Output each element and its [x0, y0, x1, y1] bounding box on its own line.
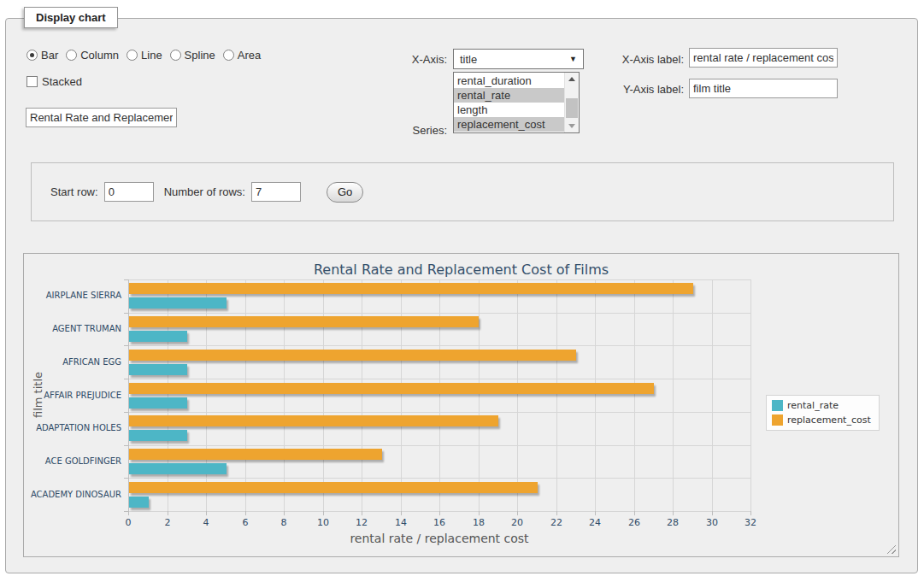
series-label: Series: — [376, 124, 447, 137]
gridline — [439, 279, 440, 511]
x-axis-select-label: X-Axis: — [376, 53, 447, 66]
plot-area — [128, 279, 750, 511]
x-tick-label: 6 — [243, 517, 249, 528]
chart-type-option-bar[interactable]: Bar — [26, 49, 58, 62]
stacked-checkbox[interactable] — [26, 76, 38, 87]
x-tick-label: 8 — [281, 517, 287, 528]
chart-title: Rental Rate and Replacement Cost of Film… — [24, 262, 898, 278]
x-tick-label: 2 — [165, 517, 171, 528]
x-axis-selected-value: title — [460, 53, 477, 66]
chart-type-label: Line — [141, 49, 162, 62]
x-axis-label-label: X-Axis label: — [588, 53, 684, 66]
axis-tick — [284, 511, 285, 515]
series-option-rental_rate[interactable]: rental_rate — [454, 88, 564, 103]
category-label: ACADEMY DINOSAUR — [24, 490, 121, 499]
x-tick-label: 22 — [550, 517, 562, 528]
axis-tick — [124, 279, 128, 280]
x-tick-label: 12 — [356, 517, 368, 528]
category-label: AGENT TRUMAN — [24, 324, 121, 333]
bar-replacement_cost-4[interactable] — [129, 415, 498, 426]
number-of-rows-input[interactable] — [251, 182, 301, 202]
gridline — [673, 279, 674, 511]
x-tick-label: 10 — [317, 517, 329, 528]
chart-type-option-spline[interactable]: Spline — [170, 49, 215, 62]
chart-type-label: Column — [80, 49, 119, 62]
scrollbar-thumb[interactable] — [566, 98, 578, 118]
bar-rental_rate-1[interactable] — [129, 331, 187, 342]
chart-type-option-column[interactable]: Column — [66, 49, 119, 62]
legend-item-rental_rate[interactable]: rental_rate — [772, 400, 871, 411]
bar-replacement_cost-6[interactable] — [129, 482, 538, 493]
legend-item-replacement_cost[interactable]: replacement_cost — [772, 414, 871, 426]
axis-tick — [124, 313, 128, 314]
x-tick-label: 20 — [511, 517, 523, 528]
radio-icon[interactable] — [170, 50, 181, 61]
x-axis-select[interactable]: title ▼ — [453, 49, 584, 69]
y-axis-line — [128, 279, 129, 511]
panel-title: Display chart — [24, 7, 118, 28]
series-options: rental_durationrental_ratelengthreplacem… — [454, 73, 564, 132]
x-tick-label: 14 — [395, 517, 407, 528]
legend-label: rental_rate — [787, 400, 839, 411]
stacked-row: Stacked — [26, 75, 82, 88]
go-button[interactable]: Go — [327, 182, 363, 203]
axis-tick — [634, 511, 635, 515]
series-option-length[interactable]: length — [454, 103, 564, 117]
y-axis-label-input[interactable] — [689, 79, 838, 98]
chart-type-option-area[interactable]: Area — [223, 49, 261, 62]
bar-replacement_cost-2[interactable] — [129, 350, 576, 361]
axis-tick — [124, 478, 128, 479]
bar-rental_rate-5[interactable] — [129, 463, 227, 474]
axis-tick — [517, 511, 518, 515]
gridline — [634, 279, 635, 511]
chart-title-input[interactable] — [26, 108, 177, 127]
radio-icon[interactable] — [127, 50, 138, 61]
category-label: AFRICAN EGG — [24, 357, 121, 367]
axis-tick — [124, 445, 128, 446]
gridline — [168, 279, 168, 511]
axis-tick — [206, 511, 207, 515]
x-tick-label: 32 — [744, 517, 756, 528]
x-axis-label-input[interactable] — [689, 48, 838, 68]
start-row-input[interactable] — [104, 182, 154, 202]
series-multiselect[interactable]: rental_durationrental_ratelengthreplacem… — [453, 72, 580, 133]
x-tick-label: 30 — [706, 517, 718, 528]
category-label: AIRPLANE SIERRA — [24, 291, 121, 300]
bar-replacement_cost-3[interactable] — [129, 383, 654, 394]
gridline — [284, 279, 285, 511]
bar-replacement_cost-1[interactable] — [129, 316, 479, 327]
bar-rental_rate-2[interactable] — [129, 364, 187, 375]
legend-swatch — [772, 400, 783, 411]
chart-type-option-line[interactable]: Line — [127, 49, 162, 62]
gridline — [245, 279, 246, 511]
bar-rental_rate-4[interactable] — [129, 430, 187, 441]
radio-icon[interactable] — [26, 50, 38, 61]
axis-tick — [556, 511, 557, 515]
number-of-rows-label: Number of rows: — [164, 185, 245, 198]
gridline — [595, 279, 596, 511]
chevron-down-icon: ▼ — [569, 55, 577, 63]
scroll-up-icon[interactable] — [565, 73, 579, 85]
gridline — [323, 279, 324, 511]
radio-icon[interactable] — [223, 50, 234, 61]
series-option-replacement_cost[interactable]: replacement_cost — [454, 117, 564, 132]
legend-swatch — [772, 414, 783, 426]
radio-icon[interactable] — [66, 50, 77, 61]
axis-tick — [124, 345, 128, 346]
x-tick-label: 18 — [473, 517, 485, 528]
bar-replacement_cost-0[interactable] — [129, 283, 693, 294]
resize-handle-icon[interactable] — [886, 544, 896, 554]
bar-rental_rate-6[interactable] — [129, 497, 149, 508]
bar-rental_rate-0[interactable] — [129, 297, 227, 309]
series-scrollbar[interactable] — [564, 73, 579, 132]
chart-type-group: BarColumnLineSplineArea — [26, 49, 268, 62]
x-axis-title: rental rate / replacement cost — [128, 532, 750, 545]
x-tick-label: 4 — [203, 517, 209, 528]
bar-replacement_cost-5[interactable] — [129, 449, 382, 460]
scroll-down-icon[interactable] — [565, 120, 579, 132]
y-axis-title: film title — [32, 372, 44, 418]
bar-rental_rate-3[interactable] — [129, 397, 187, 409]
axis-tick — [168, 511, 168, 515]
x-tick-label: 16 — [433, 517, 445, 528]
series-option-rental_duration[interactable]: rental_duration — [454, 73, 564, 88]
